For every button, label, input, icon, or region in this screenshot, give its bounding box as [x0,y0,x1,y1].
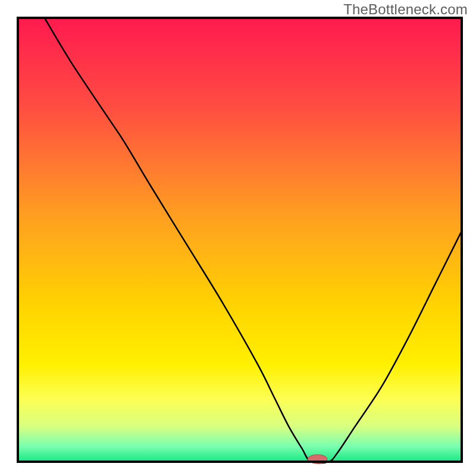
watermark-text: TheBottleneck.com [343,1,468,18]
chart-background [18,18,462,462]
bottleneck-chart [0,0,476,476]
